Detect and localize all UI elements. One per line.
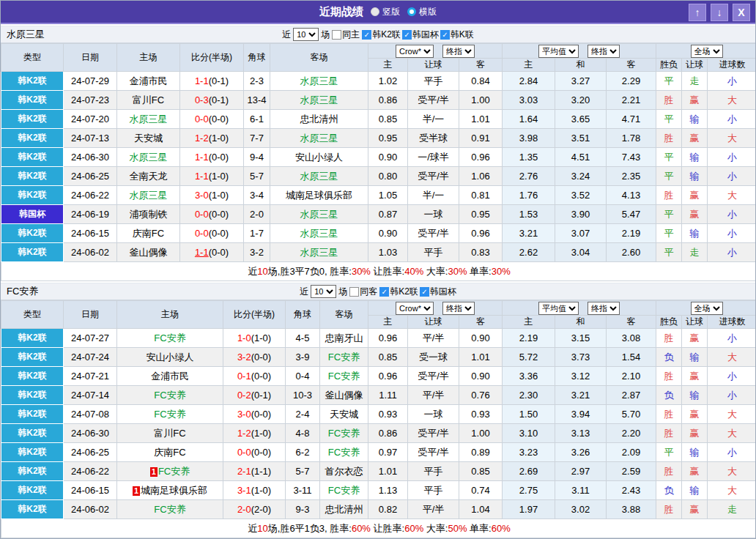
table-row: 韩K2联24-07-27FC安养1-0(1-0)4-5忠南牙山0.96平/半0.…: [1, 329, 756, 348]
final-odds-select[interactable]: 终指: [442, 45, 475, 58]
league-checkbox-label: 韩国杯: [430, 286, 456, 298]
half-score-text: (0-0): [251, 371, 271, 382]
score-text: 1-1: [195, 152, 209, 163]
handicap-result-cell-text: 输: [690, 447, 700, 458]
corner-cell: 2-0: [244, 205, 270, 224]
final-odds-select-2[interactable]: 终指: [588, 302, 620, 315]
handicap-result-cell-text: 输: [690, 152, 700, 163]
corner-cell: 6-2: [286, 443, 320, 462]
home-team-cell: 水原三星: [117, 148, 180, 167]
odds-away-cell: 1.04: [459, 500, 503, 519]
result-cell-text: 平: [664, 114, 674, 124]
result-cell-text: 胜: [664, 133, 674, 144]
col-odds-handicap: 让球: [408, 59, 459, 72]
average-select[interactable]: 平均值: [538, 302, 579, 315]
league-cell: 韩K2联: [1, 348, 64, 367]
result-cell: 胜: [656, 462, 682, 481]
team-name: FC安养: [328, 428, 360, 439]
corner-cell: 13-4: [244, 91, 270, 110]
recent-label: 近: [282, 29, 291, 41]
league-cell: 韩国杯: [1, 205, 64, 224]
col-away: 客场: [270, 44, 368, 72]
league-filter-group: 韩K2联韩国杯韩K联: [362, 29, 474, 41]
league-checkbox[interactable]: 韩国杯: [420, 286, 456, 298]
half-score-text: (0-1): [251, 390, 271, 401]
handicap-result-cell: 输: [682, 110, 708, 129]
move-up-button[interactable]: ↑: [689, 4, 706, 21]
table-row: 韩K2联24-06-25庆南FC0-0(0-0)6-2FC安养0.97受平/半0…: [1, 443, 756, 462]
away-team-cell: 水原三星: [270, 205, 368, 224]
bookmaker-select[interactable]: Crow*: [396, 45, 434, 58]
score-text: 1-2: [195, 133, 209, 144]
away-team-cell: 水原三星: [270, 91, 368, 110]
arrow-up-icon: ↑: [695, 7, 700, 18]
goals-result-cell: 大: [708, 462, 756, 481]
avg-away-cell: 2.10: [607, 367, 656, 386]
handicap-result-cell: 赢: [682, 462, 708, 481]
table-row: 韩国杯24-06-19浦项制铁0-0(0-0)2-0水原三星0.87一球0.95…: [1, 205, 756, 224]
odds-away-cell: 0.96: [459, 224, 503, 243]
odds-handicap-cell: 一球: [408, 405, 459, 424]
goals-result-cell-text: 小: [727, 114, 737, 124]
layout-radio-option[interactable]: 竖版: [371, 6, 400, 18]
score-text: 0-0: [195, 114, 209, 124]
odds-handicap-cell: 受半球: [408, 129, 459, 148]
results-table: 类型 日期 主场 比分(半场) 角球 客场 Crow* 终指 平均值 终指: [1, 300, 756, 538]
layout-radio-selected[interactable]: 横版: [407, 6, 437, 18]
goals-result-cell: 小: [708, 443, 756, 462]
goals-result-cell: 走: [708, 500, 756, 519]
home-team-cell: FC安养: [117, 500, 223, 519]
score-text: 0-0: [237, 447, 251, 458]
avg-home-cell: 3.98: [503, 129, 555, 148]
close-button[interactable]: X: [733, 4, 750, 21]
avg-away-cell: 2.09: [607, 443, 656, 462]
avg-home-cell: 2.84: [503, 72, 555, 91]
team-name: FC安养: [328, 485, 360, 496]
recent-count-select[interactable]: 10: [311, 285, 336, 298]
corner-cell: 5-7: [286, 462, 320, 481]
corner-cell: 0-4: [286, 367, 320, 386]
league-cell: 韩K2联: [1, 386, 64, 405]
goals-result-cell: 小: [708, 167, 756, 186]
recent-count-select[interactable]: 10: [293, 28, 319, 41]
league-checkbox[interactable]: 韩K联: [440, 29, 474, 41]
move-down-button[interactable]: ↓: [711, 4, 728, 21]
score-text[interactable]: 1-1: [195, 247, 209, 258]
result-cell: 平: [656, 72, 682, 91]
goals-result-cell-text: 小: [727, 75, 737, 86]
page-title: 近期战绩: [319, 5, 363, 19]
score-cell: 3-1(1-0): [223, 481, 286, 500]
same-venue-checkbox[interactable]: 同主: [332, 29, 360, 41]
team-name: FC安养: [154, 332, 185, 343]
home-team-cell: 1FC安养: [117, 462, 223, 481]
home-team-cell: 水原三星: [117, 110, 180, 129]
final-odds-select[interactable]: 终指: [442, 302, 475, 315]
summary-segment: 单率:: [467, 266, 491, 277]
league-checkbox[interactable]: 韩K2联: [362, 29, 401, 41]
fulltime-select[interactable]: 全场: [691, 302, 723, 315]
bookmaker-select[interactable]: Crow*: [396, 302, 434, 315]
league-checkbox[interactable]: 韩K2联: [379, 286, 418, 298]
league-checkbox[interactable]: 韩国杯: [402, 29, 439, 41]
section-header: FC安养 近 10 场 同客 韩K2联韩国杯: [1, 283, 755, 300]
league-cell: 韩K2联: [1, 329, 64, 348]
col-handicap-result: 让球: [682, 316, 708, 329]
fulltime-select[interactable]: 全场: [691, 45, 723, 58]
average-select[interactable]: 平均值: [538, 45, 579, 58]
goals-result-cell: 小: [708, 110, 756, 129]
home-team-cell: 浦项制铁: [117, 205, 180, 224]
final-odds-select-2[interactable]: 终指: [588, 45, 620, 58]
handicap-result-cell: 赢: [682, 91, 708, 110]
away-team-cell: 忠南牙山: [320, 329, 368, 348]
odds-away-cell: 0.84: [459, 72, 503, 91]
handicap-result-cell: 输: [682, 224, 708, 243]
league-cell: 韩K2联: [1, 110, 64, 129]
handicap-result-cell: 走: [682, 243, 708, 262]
goals-result-cell-text: 大: [727, 133, 737, 144]
odds-handicap-cell: 平手: [408, 243, 459, 262]
odds-home-cell: 0.86: [368, 91, 408, 110]
score-cell: 1-2(1-0): [223, 424, 286, 443]
handicap-result-cell-text: 赢: [690, 209, 700, 220]
same-venue-checkbox[interactable]: 同客: [349, 286, 377, 298]
handicap-result-cell-text: 赢: [690, 94, 700, 105]
